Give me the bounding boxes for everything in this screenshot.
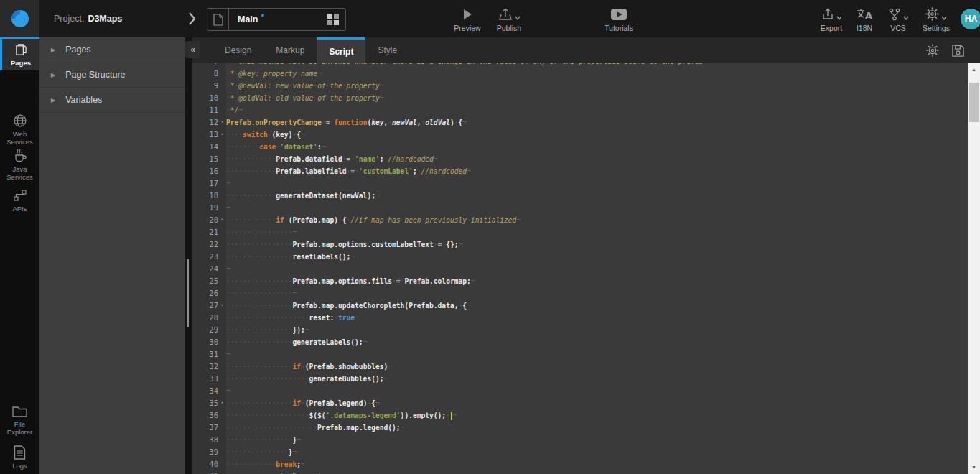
tab-style[interactable]: Style bbox=[365, 37, 409, 63]
line-number[interactable]: 22 bbox=[192, 238, 226, 251]
publish-upload-icon bbox=[498, 6, 521, 23]
line-number[interactable]: 41 bbox=[192, 470, 226, 474]
tab-design[interactable]: Design bbox=[213, 37, 263, 63]
i18n-button[interactable]: A I18N bbox=[849, 6, 880, 32]
expand-triangle-icon: ▶ bbox=[51, 72, 55, 78]
line-number[interactable]: 31 bbox=[192, 348, 226, 361]
tab-markup[interactable]: Markup bbox=[263, 37, 317, 63]
panel-collapse-button[interactable]: « bbox=[185, 41, 200, 58]
rail-item-file-explorer[interactable]: FileExplorer bbox=[0, 405, 39, 436]
preview-button[interactable]: Preview bbox=[447, 6, 488, 32]
line-number[interactable]: 26 bbox=[192, 287, 226, 299]
folder-icon bbox=[12, 405, 27, 418]
line-number[interactable]: 35▾ bbox=[192, 397, 226, 409]
line-number[interactable]: 34 bbox=[192, 385, 226, 397]
tutorials-video-icon bbox=[611, 6, 627, 23]
line-number[interactable]: 11 bbox=[192, 104, 226, 116]
line-number[interactable]: 32 bbox=[192, 361, 226, 373]
rail-item-web-services[interactable]: WebServices bbox=[0, 113, 39, 146]
project-label: Project: bbox=[54, 14, 84, 24]
line-number[interactable]: 10 bbox=[192, 92, 226, 104]
pages-icon bbox=[14, 43, 28, 57]
line-number[interactable]: 19 bbox=[192, 202, 226, 214]
fold-arrow-icon[interactable]: ▾ bbox=[218, 397, 226, 409]
line-number[interactable]: 28 bbox=[192, 312, 226, 324]
settings-button[interactable]: Settings bbox=[916, 6, 956, 32]
fold-spacer bbox=[218, 422, 226, 434]
rail-item-logs[interactable]: Logs bbox=[0, 445, 39, 470]
expand-triangle-icon: ▶ bbox=[51, 47, 55, 53]
fold-arrow-icon[interactable]: ▾ bbox=[218, 299, 226, 312]
pages-panel: ▶ Pages ▶ Page Structure ▶ Variables bbox=[39, 37, 185, 474]
code-line: 35▾················if·(Prefab.legend)·{¬ bbox=[192, 397, 968, 409]
topbar-center-actions: Preview Publish Tutorials bbox=[447, 0, 642, 37]
line-number[interactable]: 30 bbox=[192, 336, 226, 348]
line-number[interactable]: 25 bbox=[192, 275, 226, 287]
line-number[interactable]: 29 bbox=[192, 324, 226, 336]
rail-item-java-services[interactable]: JavaServices bbox=[0, 149, 39, 181]
scroll-down-arrow-icon[interactable]: ▼ bbox=[968, 463, 980, 473]
line-number[interactable]: 24 bbox=[192, 263, 226, 275]
panel-section-page-structure[interactable]: ▶ Page Structure bbox=[39, 62, 185, 88]
line-number[interactable]: 40 bbox=[192, 458, 226, 470]
rail-item-pages[interactable]: Pages bbox=[0, 37, 39, 70]
publish-dropdown-chevron-icon bbox=[515, 16, 521, 20]
line-number[interactable]: 27▾ bbox=[192, 299, 226, 312]
line-number[interactable]: 17 bbox=[192, 177, 226, 190]
line-number[interactable]: 39 bbox=[192, 446, 226, 458]
panel-section-variables[interactable]: ▶ Variables bbox=[39, 88, 185, 113]
rail-item-apis[interactable]: APIs bbox=[0, 188, 39, 213]
user-avatar[interactable]: HA bbox=[961, 9, 980, 29]
code-line: 21················¬ bbox=[192, 226, 968, 238]
line-number[interactable]: 12▾ bbox=[192, 116, 226, 129]
script-code-editor[interactable]: 7·*·this·method·will·be·invoked·whenever… bbox=[192, 63, 968, 474]
line-number[interactable]: 23 bbox=[192, 251, 226, 263]
page-tab-main[interactable]: Main * bbox=[207, 8, 346, 31]
save-button[interactable] bbox=[952, 45, 964, 57]
java-coffee-icon bbox=[13, 149, 27, 163]
line-number[interactable]: 16 bbox=[192, 165, 226, 177]
tutorials-button[interactable]: Tutorials bbox=[596, 6, 642, 32]
line-number[interactable]: 37 bbox=[192, 422, 226, 434]
line-number[interactable]: 13▾ bbox=[192, 129, 226, 141]
code-line: 29················});¬ bbox=[192, 324, 968, 336]
code-line: 26················¬ bbox=[192, 287, 968, 299]
divider-scrollbar-thumb[interactable] bbox=[187, 259, 189, 327]
tab-script[interactable]: Script bbox=[317, 37, 365, 63]
line-number[interactable]: 33 bbox=[192, 373, 226, 385]
editor-vertical-scrollbar[interactable]: ▲ ▼ bbox=[968, 63, 980, 474]
publish-button[interactable]: Publish bbox=[488, 6, 530, 32]
scrollbar-thumb[interactable] bbox=[969, 83, 979, 122]
settings-dropdown-chevron-icon bbox=[941, 16, 947, 20]
scroll-up-arrow-icon[interactable]: ▲ bbox=[968, 65, 980, 75]
left-rail: Pages WebServices JavaServices APIs bbox=[0, 37, 39, 474]
grid-icon[interactable] bbox=[327, 13, 340, 26]
export-button[interactable]: Export bbox=[814, 6, 849, 32]
fold-arrow-icon[interactable]: ▾ bbox=[218, 116, 226, 129]
line-number[interactable]: 38 bbox=[192, 434, 226, 446]
code-line: 30················generateLabels();¬ bbox=[192, 336, 968, 348]
line-number[interactable]: 21 bbox=[192, 226, 226, 238]
panel-editor-divider[interactable] bbox=[185, 37, 192, 474]
script-settings-button[interactable] bbox=[926, 44, 939, 57]
code-line: 23················resetLabels();¬ bbox=[192, 251, 968, 263]
line-number[interactable]: 14 bbox=[192, 141, 226, 153]
fold-arrow-icon[interactable]: ▾ bbox=[218, 214, 226, 226]
fold-spacer bbox=[218, 80, 226, 92]
line-number[interactable]: 36 bbox=[192, 409, 226, 422]
line-number[interactable]: 20▾ bbox=[192, 214, 226, 226]
code-line: 33····················generateBubbles();… bbox=[192, 373, 968, 385]
wavemaker-logo[interactable] bbox=[0, 0, 39, 37]
line-number[interactable]: 9 bbox=[192, 80, 226, 92]
vcs-button[interactable]: VCS bbox=[880, 6, 916, 32]
line-number[interactable]: 15 bbox=[192, 153, 226, 165]
fold-arrow-icon[interactable]: ▾ bbox=[218, 129, 226, 141]
fold-spacer bbox=[218, 275, 226, 287]
apis-icon bbox=[13, 188, 27, 203]
fold-spacer bbox=[218, 336, 226, 348]
line-number[interactable]: 18 bbox=[192, 190, 226, 202]
unsaved-marker: * bbox=[261, 12, 264, 22]
line-number[interactable]: 8 bbox=[192, 68, 226, 80]
panel-section-pages[interactable]: ▶ Pages bbox=[39, 37, 185, 62]
svg-text:A: A bbox=[865, 10, 872, 20]
